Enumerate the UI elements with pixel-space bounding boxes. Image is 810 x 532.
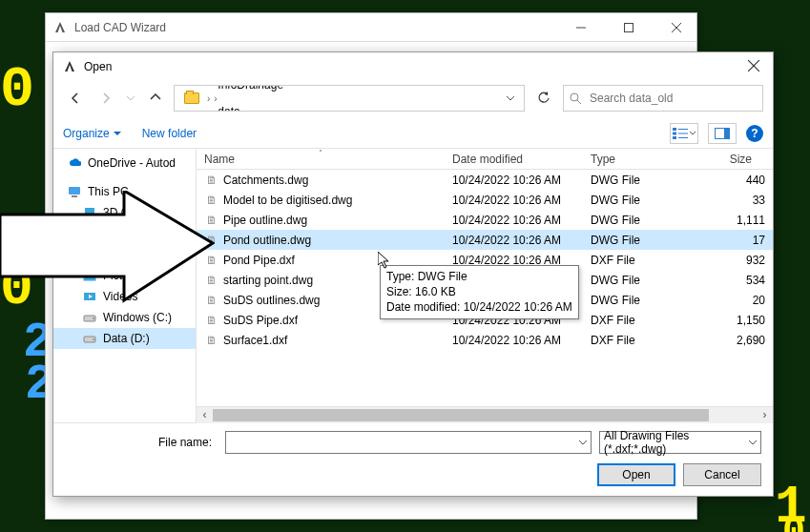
chevron-down-icon bbox=[127, 94, 135, 102]
chevron-right-icon[interactable]: › bbox=[212, 93, 218, 104]
file-icon: 🗎 bbox=[204, 314, 219, 327]
sort-indicator-icon: ˄ bbox=[319, 149, 322, 157]
column-header-date[interactable]: Date modified bbox=[445, 153, 583, 166]
file-name: Pond outline.dwg bbox=[223, 234, 311, 247]
drive-icon bbox=[82, 310, 97, 325]
dialog-title: Open bbox=[84, 60, 727, 73]
chevron-down-icon bbox=[114, 130, 121, 137]
close-icon bbox=[672, 23, 681, 32]
file-icon: 🗎 bbox=[204, 334, 219, 347]
column-header-type[interactable]: Type bbox=[583, 153, 669, 166]
file-size: 17 bbox=[669, 234, 773, 247]
file-name: Pond Pipe.dxf bbox=[223, 254, 295, 267]
open-button[interactable]: Open bbox=[597, 463, 675, 486]
file-type: DWG File bbox=[583, 194, 669, 207]
breadcrumb-segment[interactable]: data bbox=[212, 105, 289, 112]
view-list-icon bbox=[673, 128, 688, 139]
wizard-minimize-button[interactable] bbox=[561, 13, 601, 42]
column-header-size[interactable]: Size bbox=[669, 153, 773, 166]
file-size: 932 bbox=[669, 254, 773, 267]
svg-rect-1 bbox=[625, 23, 633, 31]
nav-item-label: Windows (C:) bbox=[103, 311, 172, 324]
file-date: 10/24/2022 10:26 AM bbox=[445, 194, 583, 207]
svg-point-26 bbox=[93, 338, 94, 340]
nav-item[interactable]: Windows (C:) bbox=[53, 307, 196, 328]
instruction-arrow bbox=[0, 191, 215, 308]
svg-rect-13 bbox=[678, 137, 688, 138]
horizontal-scrollbar[interactable]: ‹ › bbox=[197, 406, 773, 422]
file-size: 440 bbox=[669, 174, 773, 187]
breadcrumb-segment[interactable]: InfoDrainage bbox=[212, 85, 289, 92]
file-name: SuDS outlines.dwg bbox=[223, 294, 320, 307]
file-name: Pipe outline.dwg bbox=[223, 214, 307, 227]
file-date: 10/24/2022 10:26 AM bbox=[445, 174, 583, 187]
file-row[interactable]: 🗎Pond outline.dwg10/24/2022 10:26 AMDWG … bbox=[197, 230, 773, 250]
file-type: DXF File bbox=[583, 254, 669, 267]
search-box[interactable] bbox=[563, 85, 763, 112]
nav-toolbar: › Innovyze›InfoDrainage›data›data_old bbox=[53, 81, 773, 119]
file-size: 1,111 bbox=[669, 214, 773, 227]
organize-menu[interactable]: Organize bbox=[63, 127, 121, 140]
file-size: 20 bbox=[669, 294, 773, 307]
dialog-close-button[interactable] bbox=[735, 52, 773, 81]
file-date: 10/24/2022 10:26 AM bbox=[445, 334, 583, 347]
view-options-button[interactable] bbox=[670, 123, 698, 144]
chevron-right-icon[interactable]: › bbox=[205, 93, 212, 104]
app-a-icon bbox=[63, 60, 76, 73]
file-type: DWG File bbox=[583, 174, 669, 187]
dialog-footer: File name: All Drawing Files (*.dxf;*.dw… bbox=[53, 422, 773, 496]
new-folder-button[interactable]: New folder bbox=[142, 127, 197, 140]
breadcrumb-bar[interactable]: › Innovyze›InfoDrainage›data›data_old bbox=[174, 85, 525, 112]
refresh-button[interactable] bbox=[530, 85, 557, 112]
cancel-button[interactable]: Cancel bbox=[683, 463, 761, 486]
file-name: Model to be digitised.dwg bbox=[223, 194, 352, 207]
svg-rect-11 bbox=[678, 129, 688, 130]
file-name: SuDS Pipe.dxf bbox=[223, 314, 298, 327]
preview-pane-button[interactable] bbox=[708, 123, 737, 144]
file-size: 33 bbox=[669, 194, 773, 207]
file-row[interactable]: 🗎Model to be digitised.dwg10/24/2022 10:… bbox=[197, 190, 773, 210]
svg-rect-10 bbox=[673, 136, 676, 139]
wizard-close-button[interactable] bbox=[656, 13, 696, 42]
chevron-down-icon bbox=[507, 94, 514, 102]
nav-recent-dropdown[interactable] bbox=[124, 86, 137, 111]
nav-forward-button[interactable] bbox=[93, 86, 118, 111]
nav-item[interactable]: Data (D:) bbox=[53, 328, 196, 349]
preview-pane-icon bbox=[715, 128, 730, 139]
column-headers: ˄ Name Date modified Type Size bbox=[197, 149, 773, 170]
nav-back-button[interactable] bbox=[63, 86, 88, 111]
scroll-left-button[interactable]: ‹ bbox=[197, 407, 213, 423]
scroll-right-button[interactable]: › bbox=[757, 407, 773, 423]
file-name: Surface1.dxf bbox=[223, 334, 287, 347]
drive-icon bbox=[82, 331, 97, 346]
file-row[interactable]: 🗎Pipe outline.dwg10/24/2022 10:26 AMDWG … bbox=[197, 210, 773, 230]
file-type: DWG File bbox=[583, 274, 669, 287]
filename-input[interactable] bbox=[225, 431, 592, 454]
refresh-icon bbox=[537, 92, 550, 105]
file-row[interactable]: 🗎Surface1.dxf10/24/2022 10:26 AMDXF File… bbox=[197, 330, 773, 350]
dialog-titlebar[interactable]: Open bbox=[53, 52, 773, 81]
search-input[interactable] bbox=[588, 91, 757, 106]
maximize-icon bbox=[624, 23, 633, 32]
breadcrumb-dropdown[interactable] bbox=[501, 92, 520, 105]
svg-line-7 bbox=[577, 100, 581, 104]
breadcrumb-root[interactable] bbox=[178, 86, 205, 111]
file-row[interactable]: 🗎Catchments.dwg10/24/2022 10:26 AMDWG Fi… bbox=[197, 170, 773, 190]
file-type: DWG File bbox=[583, 214, 669, 227]
wizard-titlebar[interactable]: Load CAD Wizard bbox=[46, 13, 696, 42]
svg-rect-9 bbox=[673, 133, 676, 135]
scroll-thumb[interactable] bbox=[213, 409, 709, 421]
nav-item[interactable]: OneDrive - Autod bbox=[53, 153, 196, 174]
arrow-right-icon bbox=[99, 92, 113, 105]
scroll-track[interactable] bbox=[213, 407, 757, 423]
svg-rect-8 bbox=[673, 128, 676, 131]
help-button[interactable]: ? bbox=[746, 125, 763, 142]
svg-point-6 bbox=[571, 93, 578, 101]
nav-up-button[interactable] bbox=[143, 86, 168, 111]
file-size: 534 bbox=[669, 274, 773, 287]
search-icon bbox=[570, 92, 582, 105]
wizard-maximize-button[interactable] bbox=[609, 13, 649, 42]
chevron-down-icon bbox=[579, 439, 587, 446]
file-type-filter[interactable]: All Drawing Files (*.dxf;*.dwg) bbox=[599, 431, 761, 454]
file-tooltip: Type: DWG File Size: 16.0 KB Date modifi… bbox=[380, 265, 579, 319]
